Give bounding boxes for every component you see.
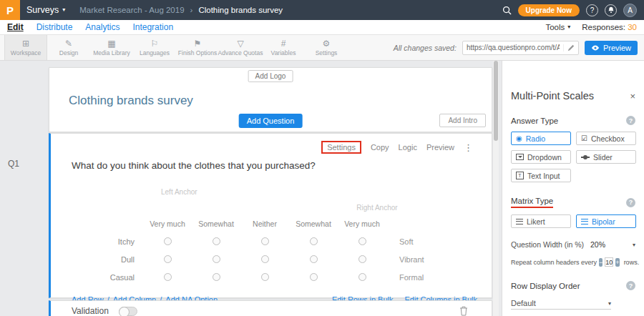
question-width-value[interactable]: 20%: [590, 240, 605, 249]
toolbar-item-finish-options[interactable]: ⚑ Finish Options: [176, 35, 219, 60]
row-display-order-label: Row Display Order: [511, 282, 580, 290]
answer-type-radio[interactable]: ◉ Radio: [511, 132, 571, 145]
scrollbar-thumb[interactable]: [494, 61, 498, 141]
tab-edit[interactable]: Edit: [7, 22, 24, 32]
matrix-column-header[interactable]: Somewhat: [289, 215, 338, 232]
kebab-menu-icon[interactable]: ⋮: [464, 142, 473, 153]
matrix-radio[interactable]: [164, 255, 172, 263]
answer-type-dropdown[interactable]: Dropdown: [511, 150, 571, 164]
help-question-icon[interactable]: ?: [626, 281, 635, 290]
matrix-radio[interactable]: [213, 255, 220, 263]
close-icon[interactable]: ×: [630, 91, 635, 102]
edit-url-pencil-icon[interactable]: [563, 44, 578, 51]
topbar-actions: Upgrade Now ? A: [502, 4, 637, 17]
toolbar-item-workspace[interactable]: ⊞ Workspace: [4, 35, 47, 60]
search-icon[interactable]: [502, 6, 512, 15]
matrix-radio[interactable]: [213, 273, 220, 281]
matrix-radio[interactable]: [358, 255, 366, 263]
matrix-column-header[interactable]: Neither: [240, 215, 289, 232]
matrix-radio[interactable]: [310, 255, 318, 263]
add-intro-button[interactable]: Add Intro: [439, 114, 486, 127]
delete-question-trash-icon[interactable]: [459, 306, 468, 316]
matrix-radio[interactable]: [164, 237, 172, 245]
toolbar-item-design[interactable]: ✎ Design: [47, 35, 90, 60]
question-copy-button[interactable]: Copy: [371, 143, 389, 152]
answer-type-slider[interactable]: Slider: [576, 150, 636, 164]
matrix-type-likert[interactable]: Likert: [511, 214, 571, 228]
matrix-column-header[interactable]: Somewhat: [192, 215, 240, 232]
matrix-row-label[interactable]: Casual: [72, 268, 143, 286]
matrix-row-label-right[interactable]: Vibrant: [386, 250, 465, 268]
toolbar-item-settings[interactable]: ⚙ Settings: [305, 35, 348, 60]
matrix-radio[interactable]: [310, 237, 318, 245]
repeat-headers-row: Repeat column headers every − 10 + rows.: [511, 257, 635, 267]
question-settings-button[interactable]: Settings: [321, 141, 361, 154]
question-preview-button[interactable]: Preview: [426, 143, 454, 152]
matrix-radio[interactable]: [261, 273, 269, 281]
chevron-down-icon: ▾: [62, 7, 65, 13]
toolbar-item-languages[interactable]: ⚐ Languages: [133, 35, 176, 60]
matrix-column-header[interactable]: Very much: [143, 215, 192, 232]
matrix-radio[interactable]: [164, 273, 172, 281]
breadcrumb-parent[interactable]: Market Research - Aug 2019: [79, 6, 184, 14]
question-width-label: Question Width (in %): [511, 240, 584, 249]
matrix-radio[interactable]: [261, 237, 269, 245]
tab-distribute[interactable]: Distribute: [36, 22, 73, 32]
stepper-minus-button[interactable]: −: [599, 258, 602, 267]
tab-integration[interactable]: Integration: [132, 22, 173, 32]
matrix-radio[interactable]: [310, 273, 318, 281]
answer-type-checkbox[interactable]: ☑ Checkbox: [576, 132, 636, 145]
tools-menu[interactable]: Tools ▾: [545, 23, 570, 31]
notifications-bell-icon[interactable]: [605, 4, 617, 16]
help-icon[interactable]: ?: [586, 4, 598, 16]
add-question-button[interactable]: Add Question: [239, 114, 303, 128]
app-logo[interactable]: P: [0, 0, 20, 20]
matrix-radio[interactable]: [213, 237, 220, 245]
question-logic-button[interactable]: Logic: [399, 143, 417, 152]
chevron-down-icon[interactable]: ▾: [633, 242, 635, 248]
preview-button[interactable]: Preview: [585, 41, 638, 55]
toolbar-item-advance-quotas[interactable]: ▽ Advance Quotas: [219, 35, 262, 60]
responses-link[interactable]: Responses: 30: [582, 23, 637, 31]
panel-title: Multi-Point Scales: [511, 90, 594, 102]
question-card: Settings Copy Logic Preview ⋮ What do yo…: [49, 133, 492, 298]
survey-title[interactable]: Clothing brands survey: [69, 94, 193, 108]
workspace-grid-icon: ⊞: [22, 39, 29, 48]
matrix-row-label[interactable]: Dull: [72, 250, 143, 268]
matrix-column-header[interactable]: Very much: [338, 215, 386, 232]
tab-analytics[interactable]: Analytics: [85, 22, 119, 32]
help-question-icon[interactable]: ?: [626, 198, 635, 207]
finish-flag-icon: ⚑: [194, 39, 202, 48]
breadcrumb-separator-icon: ›: [190, 6, 193, 14]
matrix-type-options: Likert Bipolar: [511, 214, 635, 228]
nav-right: Tools ▾ Responses: 30: [545, 23, 637, 31]
vertical-scrollbar[interactable]: [493, 61, 499, 316]
matrix-radio[interactable]: [261, 255, 269, 263]
add-logo-button[interactable]: Add Logo: [248, 70, 293, 82]
help-question-icon[interactable]: ?: [626, 116, 635, 125]
design-brush-icon: ✎: [65, 39, 72, 48]
stepper-value[interactable]: 10: [605, 257, 613, 267]
question-text[interactable]: What do you think about the clothes that…: [72, 160, 492, 171]
upgrade-now-button[interactable]: Upgrade Now: [518, 4, 580, 16]
validation-toggle[interactable]: [119, 307, 137, 316]
matrix-row-label-right[interactable]: Formal: [386, 268, 465, 286]
toolbar-item-media-library[interactable]: ▦ Media Library: [90, 35, 133, 60]
matrix-row-label[interactable]: Itchy: [72, 232, 143, 250]
row-display-order-select[interactable]: Default ▾: [511, 297, 611, 310]
share-url-input[interactable]: [463, 44, 563, 51]
matrix-row-label-right[interactable]: Soft: [386, 232, 465, 250]
stepper-plus-button[interactable]: +: [615, 258, 619, 267]
toolbar-item-variables[interactable]: # Variables: [262, 35, 305, 60]
matrix-radio[interactable]: [358, 273, 366, 281]
row-display-order-row: Row Display Order ?: [511, 281, 635, 290]
answer-type-text-input[interactable]: Text Input: [511, 169, 571, 182]
matrix-type-bipolar[interactable]: Bipolar: [576, 214, 636, 228]
tools-menu-label: Tools: [545, 23, 565, 31]
settings-panel: Multi-Point Scales × Answer Type ? ◉ Rad…: [502, 61, 644, 316]
surveys-menu[interactable]: Surveys ▾: [26, 5, 65, 15]
save-status: All changes saved:: [394, 44, 457, 52]
matrix-radio[interactable]: [358, 237, 366, 245]
user-avatar[interactable]: A: [623, 4, 637, 17]
settings-gear-icon: ⚙: [323, 39, 331, 48]
